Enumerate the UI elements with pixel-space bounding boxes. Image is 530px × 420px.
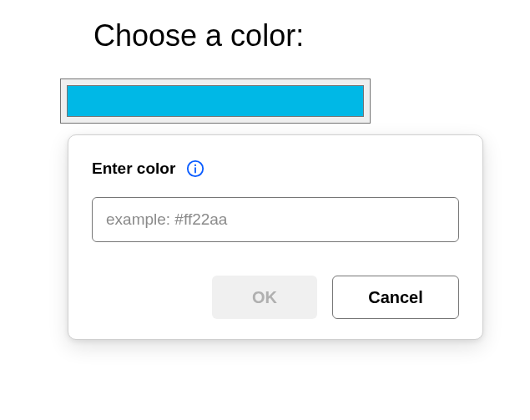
page-title: Choose a color: [93, 18, 530, 53]
dialog-buttons: OK Cancel [92, 276, 459, 319]
ok-button[interactable]: OK [212, 276, 317, 319]
color-input[interactable] [92, 197, 459, 242]
color-swatch [67, 85, 364, 117]
color-dialog: Enter color OK Cancel [68, 134, 483, 340]
color-picker[interactable] [60, 78, 371, 124]
info-icon[interactable] [185, 159, 205, 179]
dialog-title: Enter color [92, 159, 175, 178]
cancel-button[interactable]: Cancel [332, 276, 459, 319]
dialog-header: Enter color [92, 159, 459, 179]
svg-point-1 [194, 164, 196, 166]
